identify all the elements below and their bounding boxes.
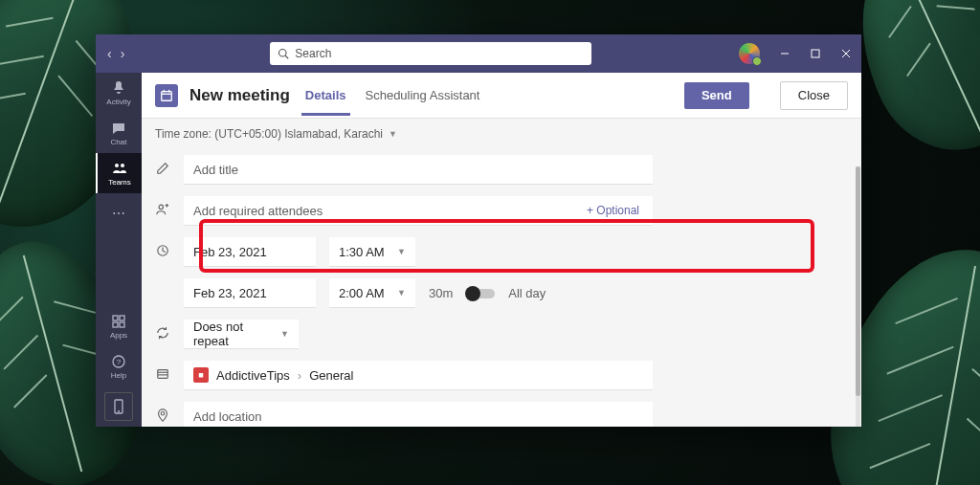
timezone-label: Time zone: (UTC+05:00) Islamabad, Karach…: [155, 127, 383, 141]
rail-teams[interactable]: Teams: [96, 153, 142, 193]
end-date-input[interactable]: Feb 23, 2021: [184, 278, 316, 308]
attendees-placeholder: Add required attendees: [193, 204, 323, 218]
channel-name-label: General: [309, 368, 353, 383]
location-input[interactable]: Add location: [184, 402, 653, 427]
scrollbar[interactable]: [856, 166, 860, 427]
calendar-icon: [155, 84, 178, 107]
rail-more[interactable]: ⋯: [96, 193, 142, 233]
allday-label: All day: [508, 286, 546, 300]
svg-rect-8: [113, 316, 118, 320]
app-rail: Activity Chat Teams ⋯ Apps: [96, 73, 142, 427]
repeat-icon: [155, 326, 170, 343]
svg-point-6: [115, 164, 119, 167]
bell-icon: [111, 80, 126, 96]
rail-activity[interactable]: Activity: [96, 73, 142, 113]
close-window-button[interactable]: [831, 34, 861, 73]
people-icon: [155, 203, 170, 220]
meeting-form: New meeting Details Scheduling Assistant…: [142, 73, 861, 427]
send-button[interactable]: Send: [684, 82, 749, 109]
end-time-input[interactable]: 2:00 AM ▼: [329, 278, 415, 308]
page-title: New meeting: [189, 86, 290, 105]
channel-team-label: AddictiveTips: [216, 368, 290, 383]
search-icon: [278, 48, 289, 59]
nav-forward-icon[interactable]: ›: [121, 46, 125, 61]
rail-activity-label: Activity: [106, 98, 130, 106]
breadcrumb-separator: ›: [298, 368, 301, 383]
rail-chat-label: Chat: [111, 138, 127, 146]
chat-icon: [111, 121, 126, 136]
rail-help[interactable]: ? Help: [96, 346, 142, 386]
close-button[interactable]: Close: [780, 81, 848, 110]
teams-window: ‹ › Search Activity Chat: [96, 34, 861, 427]
rail-help-label: Help: [111, 371, 126, 380]
start-date-input[interactable]: Feb 23, 2021: [184, 237, 316, 267]
ellipsis-icon: ⋯: [112, 206, 126, 221]
svg-point-20: [159, 205, 163, 209]
teams-icon: [112, 161, 127, 176]
apps-icon: [111, 314, 126, 329]
optional-attendees-link[interactable]: + Optional: [587, 204, 643, 217]
title-input[interactable]: Add title: [184, 155, 653, 185]
avatar[interactable]: [739, 43, 760, 64]
rail-teams-label: Teams: [108, 178, 131, 187]
recurrence-select[interactable]: Does not repeat ▼: [184, 320, 299, 349]
svg-line-1: [286, 55, 289, 58]
maximize-button[interactable]: [800, 34, 831, 73]
title-placeholder: Add title: [193, 163, 238, 177]
duration-label: 30m: [429, 286, 453, 300]
channel-icon: [155, 367, 170, 385]
svg-rect-3: [812, 50, 819, 57]
clock-icon: [155, 244, 170, 261]
chevron-down-icon: ▼: [397, 288, 406, 298]
rail-apps-label: Apps: [110, 331, 127, 340]
team-badge: ■: [193, 367, 209, 383]
help-icon: ?: [111, 354, 126, 369]
svg-rect-10: [113, 322, 118, 327]
phone-icon: [113, 399, 124, 414]
edit-icon: [155, 162, 170, 179]
tab-details[interactable]: Details: [301, 75, 350, 116]
location-placeholder: Add location: [193, 409, 262, 424]
start-time-input[interactable]: 1:30 AM ▼: [329, 237, 415, 267]
search-placeholder: Search: [295, 47, 331, 60]
svg-point-25: [161, 411, 165, 415]
svg-rect-11: [120, 322, 124, 327]
nav-back-icon[interactable]: ‹: [107, 46, 112, 61]
svg-rect-9: [120, 316, 124, 320]
tab-scheduling-assistant[interactable]: Scheduling Assistant: [362, 75, 484, 116]
search-input[interactable]: Search: [270, 42, 591, 65]
svg-rect-16: [162, 91, 172, 100]
attendees-input[interactable]: Add required attendees + Optional: [184, 196, 653, 226]
svg-text:?: ?: [117, 358, 122, 366]
minimize-button[interactable]: [769, 34, 800, 73]
form-header: New meeting Details Scheduling Assistant…: [142, 73, 861, 119]
rail-apps[interactable]: Apps: [96, 306, 142, 346]
rail-chat[interactable]: Chat: [96, 113, 142, 153]
chevron-down-icon: ▼: [280, 329, 289, 339]
svg-point-0: [279, 50, 287, 57]
channel-input[interactable]: ■ AddictiveTips › General: [184, 361, 653, 390]
timezone-selector[interactable]: Time zone: (UTC+05:00) Islamabad, Karach…: [142, 119, 861, 149]
svg-point-7: [121, 164, 124, 167]
title-bar: ‹ › Search: [96, 34, 861, 73]
svg-rect-22: [158, 369, 168, 378]
rail-device[interactable]: [104, 392, 133, 421]
allday-toggle[interactable]: [466, 289, 495, 298]
location-icon: [155, 408, 170, 426]
chevron-down-icon: ▼: [389, 129, 397, 139]
chevron-down-icon: ▼: [397, 247, 406, 256]
